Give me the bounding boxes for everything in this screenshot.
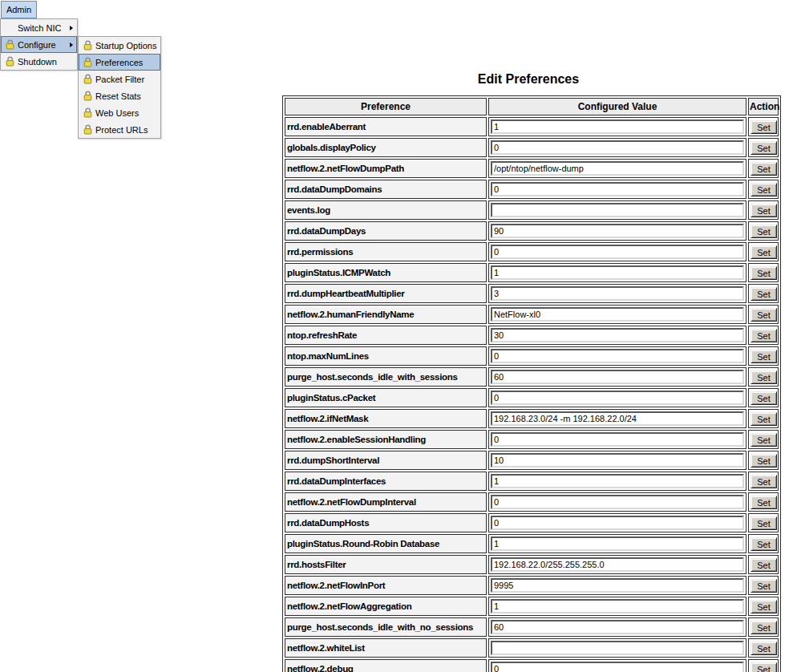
- set-button[interactable]: Set: [750, 308, 777, 322]
- preference-name: rrd.dumpHeartbeatMultiplier: [285, 284, 487, 303]
- preference-value-input[interactable]: [491, 641, 744, 655]
- action-cell: Set: [748, 367, 779, 387]
- configured-value-cell: [488, 117, 746, 136]
- preference-value-input[interactable]: [491, 265, 744, 280]
- lock-icon: [83, 91, 92, 101]
- preference-value-input[interactable]: [491, 286, 744, 301]
- set-button[interactable]: Set: [750, 433, 777, 447]
- submenu-item-web-users[interactable]: Web Users: [79, 104, 160, 121]
- column-header-action: Action: [748, 98, 779, 115]
- configured-value-cell: [488, 284, 746, 303]
- action-cell: Set: [748, 388, 779, 407]
- preference-value-input[interactable]: [491, 578, 744, 593]
- set-button[interactable]: Set: [750, 245, 777, 259]
- preference-value-input[interactable]: [491, 662, 744, 672]
- set-button[interactable]: Set: [750, 412, 777, 426]
- preference-value-input[interactable]: [491, 349, 744, 363]
- preference-value-input[interactable]: [491, 495, 744, 509]
- preference-value-input[interactable]: [491, 140, 744, 155]
- set-button[interactable]: Set: [750, 183, 777, 196]
- preference-value-input[interactable]: [491, 557, 744, 572]
- preference-value-input[interactable]: [491, 474, 744, 488]
- set-button[interactable]: Set: [750, 558, 777, 572]
- preference-name: purge_host.seconds_idle_with_sessions: [285, 367, 487, 387]
- set-button[interactable]: Set: [750, 225, 777, 238]
- preference-name: ntop.maxNumLines: [285, 346, 487, 366]
- table-row: netflow.2.debugSet: [285, 659, 779, 672]
- preference-value-input[interactable]: [491, 203, 744, 217]
- set-button[interactable]: Set: [750, 391, 777, 405]
- set-button[interactable]: Set: [750, 329, 777, 342]
- set-button[interactable]: Set: [750, 120, 777, 134]
- set-button[interactable]: Set: [750, 662, 777, 672]
- menu-item-icon-slot: [2, 39, 18, 50]
- preference-value-input[interactable]: [491, 328, 744, 342]
- submenu-item-packet-filter[interactable]: Packet Filter: [79, 71, 160, 87]
- set-button[interactable]: Set: [750, 600, 777, 613]
- preference-value-input[interactable]: [491, 599, 744, 613]
- table-row: netflow.2.humanFriendlyNameSet: [285, 305, 779, 324]
- set-button[interactable]: Set: [750, 204, 777, 217]
- menu-item-switch-nic[interactable]: Switch NIC: [1, 19, 77, 36]
- submenu-item-reset-stats[interactable]: Reset Stats: [79, 87, 160, 104]
- set-button[interactable]: Set: [750, 642, 777, 655]
- preference-value-input[interactable]: [491, 224, 744, 238]
- preference-name: rrd.dataDumpDomains: [285, 180, 487, 199]
- preference-value-input[interactable]: [491, 391, 744, 405]
- submenu-item-preferences[interactable]: Preferences: [79, 54, 160, 71]
- menu-item-label: Preferences: [95, 58, 160, 67]
- preference-value-input[interactable]: [491, 411, 744, 426]
- preference-value-input[interactable]: [491, 370, 744, 384]
- configured-value-cell: [488, 492, 746, 512]
- lock-icon: [6, 56, 14, 67]
- menu-item-configure[interactable]: Configure: [1, 36, 77, 53]
- table-row: pluginStatus.ICMPWatchSet: [285, 263, 779, 282]
- preference-value-input[interactable]: [491, 182, 744, 196]
- preference-value-input[interactable]: [491, 620, 744, 634]
- ntop-admin-page: Admin Switch NICConfigureShutdown Startu…: [0, 0, 797, 672]
- preference-name: netflow.2.enableSessionHandling: [285, 430, 487, 449]
- admin-menu-button[interactable]: Admin: [1, 1, 37, 18]
- column-header-configured-value: Configured Value: [488, 98, 746, 115]
- menu-item-label: Startup Options: [95, 41, 160, 51]
- lock-icon: [83, 57, 92, 67]
- menu-item-shutdown[interactable]: Shutdown: [1, 53, 77, 70]
- set-button[interactable]: Set: [750, 621, 777, 634]
- preference-name: rrd.hostsFilter: [285, 555, 487, 574]
- preference-value-input[interactable]: [491, 516, 744, 530]
- set-button[interactable]: Set: [750, 350, 777, 363]
- preference-value-input[interactable]: [491, 119, 744, 134]
- configured-value-cell: [488, 597, 746, 616]
- set-button[interactable]: Set: [750, 475, 777, 488]
- action-cell: Set: [748, 346, 779, 366]
- menu-item-icon-slot: [79, 124, 95, 135]
- action-cell: Set: [748, 326, 779, 345]
- preference-value-input[interactable]: [491, 245, 744, 259]
- configured-value-cell: [488, 367, 746, 387]
- preference-name: rrd.dataDumpInterfaces: [285, 472, 487, 491]
- submenu-item-protect-urls[interactable]: Protect URLs: [79, 121, 160, 138]
- preference-value-input[interactable]: [491, 432, 744, 447]
- submenu-item-startup-options[interactable]: Startup Options: [79, 37, 160, 54]
- preference-value-input[interactable]: [491, 161, 744, 176]
- preference-name: purge_host.seconds_idle_with_no_sessions: [285, 617, 487, 637]
- preference-value-input[interactable]: [491, 536, 744, 551]
- preference-name: pluginStatus.Round-Robin Database: [285, 534, 487, 553]
- set-button[interactable]: Set: [750, 266, 777, 280]
- table-row: netflow.2.netFlowDumpPathSet: [285, 159, 779, 178]
- preference-value-input[interactable]: [491, 453, 744, 468]
- menu-item-icon-slot: [79, 91, 95, 101]
- set-button[interactable]: Set: [750, 454, 777, 468]
- set-button[interactable]: Set: [750, 370, 777, 384]
- preference-name: netflow.2.netFlowInPort: [285, 576, 487, 595]
- set-button[interactable]: Set: [750, 537, 777, 551]
- set-button[interactable]: Set: [750, 141, 777, 155]
- set-button[interactable]: Set: [750, 162, 777, 176]
- preference-value-input[interactable]: [491, 307, 744, 322]
- preference-name: netflow.2.ifNetMask: [285, 409, 487, 428]
- set-button[interactable]: Set: [750, 496, 777, 509]
- lock-icon: [83, 124, 92, 135]
- set-button[interactable]: Set: [750, 579, 777, 593]
- set-button[interactable]: Set: [750, 516, 777, 530]
- set-button[interactable]: Set: [750, 287, 777, 301]
